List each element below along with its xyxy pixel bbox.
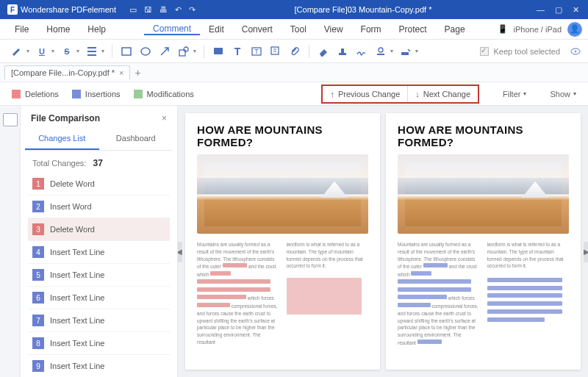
eye-icon[interactable] bbox=[569, 45, 582, 58]
change-row[interactable]: 8Insert Text Line bbox=[28, 332, 170, 355]
change-label: Insert Text Line bbox=[50, 316, 104, 325]
svg-rect-9 bbox=[341, 49, 344, 53]
tab-changes-list[interactable]: Changes List bbox=[25, 128, 99, 150]
legend-modifications[interactable]: Modifications bbox=[134, 90, 194, 98]
maximize-icon[interactable]: ▢ bbox=[555, 5, 562, 15]
deletions-swatch bbox=[12, 90, 21, 98]
previous-change-button[interactable]: ↑Previous Change bbox=[323, 86, 407, 102]
panel-tabs: Changes List Dashboard bbox=[25, 128, 173, 151]
change-row[interactable]: 9Insert Text Line bbox=[28, 355, 170, 373]
undo-icon[interactable]: ↶ bbox=[175, 5, 182, 15]
change-number: 7 bbox=[32, 315, 44, 326]
highlight-icon[interactable] bbox=[10, 45, 24, 58]
scroll-right-icon[interactable]: ▶ bbox=[584, 242, 588, 262]
document-tab[interactable]: [Compare File...in-Copy.pdf * × bbox=[4, 65, 130, 79]
menu-protect[interactable]: Protect bbox=[390, 24, 436, 35]
menu-tool[interactable]: Tool bbox=[282, 24, 315, 35]
user-avatar[interactable]: 👤 bbox=[567, 22, 582, 37]
filter-dropdown[interactable]: Filter▾ bbox=[503, 90, 526, 98]
textbox-icon[interactable]: T bbox=[250, 45, 263, 58]
stamp-icon[interactable] bbox=[336, 45, 349, 58]
changes-list[interactable]: 1Delete Word2Insert Word3Delete Word4Ins… bbox=[25, 173, 173, 373]
left-rail bbox=[0, 106, 21, 377]
change-label: Insert Text Line bbox=[50, 270, 104, 279]
panel-header: File Comparison × bbox=[25, 110, 173, 126]
menu-right: 📱 iPhone / iPad 👤 bbox=[498, 22, 582, 37]
next-change-button[interactable]: ↓Next Change bbox=[407, 86, 478, 102]
panel-close-icon[interactable]: × bbox=[162, 113, 167, 123]
tab-close-icon[interactable]: × bbox=[119, 68, 123, 77]
rectangle-icon[interactable] bbox=[120, 45, 133, 58]
device-label[interactable]: iPhone / iPad bbox=[514, 25, 562, 34]
change-row[interactable]: 7Insert Text Line bbox=[28, 309, 170, 332]
attach-icon[interactable] bbox=[288, 45, 301, 58]
page-image bbox=[197, 154, 368, 234]
list-icon[interactable] bbox=[85, 45, 98, 58]
menu-file[interactable]: File bbox=[6, 24, 37, 35]
menu-form[interactable]: Form bbox=[352, 24, 390, 35]
keep-tool-selected[interactable]: Keep tool selected bbox=[480, 45, 582, 58]
oval-icon[interactable] bbox=[139, 45, 152, 58]
document-viewer[interactable]: ◀ HOW ARE MOUNTAINS FORMED? Mountains ar… bbox=[178, 106, 588, 377]
menu-convert[interactable]: Convert bbox=[233, 24, 282, 35]
change-row[interactable]: 1Delete Word bbox=[28, 173, 170, 195]
tab-dashboard[interactable]: Dashboard bbox=[99, 128, 173, 150]
logo-icon: F bbox=[7, 4, 18, 15]
document-title: [Compare File]03 Mountain-Copy.pdf * bbox=[196, 5, 531, 14]
content-area: File Comparison × Changes List Dashboard… bbox=[0, 106, 588, 377]
underline-icon[interactable]: U bbox=[35, 45, 49, 58]
menu-page[interactable]: Page bbox=[436, 24, 474, 35]
checkbox-icon[interactable] bbox=[480, 47, 489, 56]
menu-help[interactable]: Help bbox=[79, 24, 115, 35]
change-row[interactable]: 5Insert Text Line bbox=[28, 264, 170, 287]
change-label: Insert Word bbox=[50, 202, 92, 211]
arrow-icon[interactable] bbox=[158, 45, 171, 58]
thumbnail-icon[interactable] bbox=[3, 113, 18, 126]
callout-icon[interactable] bbox=[269, 45, 282, 58]
svg-rect-0 bbox=[122, 48, 131, 55]
tab-bar: [Compare File...in-Copy.pdf * × + bbox=[0, 63, 588, 82]
legend-insertions[interactable]: Insertions bbox=[72, 90, 121, 98]
device-icon: 📱 bbox=[498, 24, 508, 34]
eraser-icon[interactable] bbox=[317, 45, 330, 58]
scroll-left-icon[interactable]: ◀ bbox=[178, 242, 182, 262]
note-icon[interactable] bbox=[212, 45, 225, 58]
svg-point-14 bbox=[575, 50, 577, 52]
arrow-up-icon: ↑ bbox=[330, 90, 334, 98]
menu-view[interactable]: View bbox=[315, 24, 352, 35]
svg-point-10 bbox=[379, 48, 383, 52]
custom-stamp-icon[interactable] bbox=[399, 45, 412, 58]
change-row[interactable]: 4Insert Text Line bbox=[28, 241, 170, 264]
minimize-icon[interactable]: ― bbox=[537, 5, 545, 15]
shapes-icon[interactable] bbox=[177, 45, 190, 58]
text-icon[interactable]: T bbox=[231, 45, 244, 58]
change-label: Delete Word bbox=[50, 179, 95, 188]
svg-point-1 bbox=[141, 48, 150, 55]
strikethrough-icon[interactable]: S bbox=[60, 45, 74, 58]
menu-home[interactable]: Home bbox=[37, 24, 79, 35]
stamp2-icon[interactable] bbox=[374, 45, 387, 58]
change-row[interactable]: 6Insert Text Line bbox=[28, 287, 170, 309]
change-number: 1 bbox=[32, 178, 44, 190]
show-dropdown[interactable]: Show▾ bbox=[550, 90, 576, 98]
print-icon[interactable]: 🖶 bbox=[159, 5, 168, 15]
menu-edit[interactable]: Edit bbox=[200, 24, 233, 35]
chevron-down-icon: ▾ bbox=[523, 90, 526, 97]
open-icon[interactable]: ▭ bbox=[129, 5, 137, 15]
redo-icon[interactable]: ↷ bbox=[189, 5, 196, 15]
change-row[interactable]: 3Delete Word bbox=[28, 218, 170, 241]
change-row[interactable]: 2Insert Word bbox=[28, 195, 170, 218]
change-label: Insert Text Line bbox=[50, 248, 104, 256]
legend-deletions[interactable]: Deletions bbox=[12, 90, 59, 98]
change-number: 4 bbox=[32, 246, 44, 258]
close-icon[interactable]: ✕ bbox=[573, 5, 579, 15]
arrow-down-icon: ↓ bbox=[415, 90, 420, 98]
change-number: 3 bbox=[32, 223, 44, 235]
menu-bar: File Home Help Comment Edit Convert Tool… bbox=[0, 19, 588, 40]
quick-icons: ▭ 🖫 🖶 ↶ ↷ bbox=[129, 5, 196, 15]
signature-icon[interactable] bbox=[355, 45, 368, 58]
new-tab-icon[interactable]: + bbox=[135, 67, 140, 79]
save-icon[interactable]: 🖫 bbox=[144, 5, 152, 15]
menu-comment[interactable]: Comment bbox=[144, 24, 200, 35]
svg-text:T: T bbox=[254, 48, 259, 55]
